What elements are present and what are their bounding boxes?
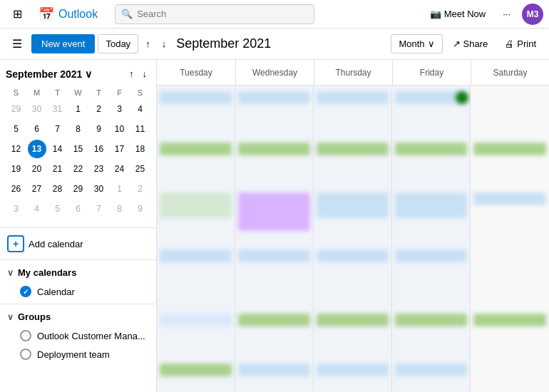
group-item-0[interactable]: Outlook Customer Mana... bbox=[0, 326, 156, 345]
mini-cal-day[interactable]: 3 bbox=[111, 100, 129, 118]
mini-cal-day[interactable]: 7 bbox=[48, 120, 67, 138]
event-wed-3[interactable] bbox=[238, 192, 310, 231]
mini-cal-day[interactable]: 10 bbox=[111, 120, 129, 138]
main-area: September 2021 ∨ ↑ ↓ S M T W T F S bbox=[0, 60, 549, 392]
mini-cal-day[interactable]: 17 bbox=[111, 140, 129, 158]
event-fri-4[interactable] bbox=[395, 249, 467, 262]
share-button[interactable]: ↗ Share bbox=[446, 35, 496, 53]
mini-cal-title[interactable]: September 2021 ∨ bbox=[6, 68, 92, 80]
event-fri-2[interactable] bbox=[395, 143, 467, 155]
next-period-button[interactable]: ↓ bbox=[158, 36, 171, 52]
mini-cal-day[interactable]: 13 bbox=[28, 140, 46, 158]
mini-cal-day[interactable]: 20 bbox=[28, 160, 46, 178]
mini-cal-day[interactable]: 18 bbox=[131, 140, 150, 158]
event-wed-6[interactable] bbox=[238, 363, 310, 376]
view-selector[interactable]: Month ∨ bbox=[391, 34, 442, 53]
event-tue-5[interactable] bbox=[160, 314, 232, 326]
mini-cal-day[interactable]: 16 bbox=[90, 140, 108, 158]
video-icon-button[interactable]: 📷 Meet Now bbox=[424, 6, 492, 22]
event-sat-1[interactable] bbox=[473, 143, 546, 155]
my-calendars-section[interactable]: ∨ My calendars bbox=[0, 263, 156, 282]
mini-cal-day[interactable]: 7 bbox=[90, 200, 108, 218]
event-tue-1[interactable] bbox=[160, 91, 232, 104]
mini-cal-day[interactable]: 9 bbox=[131, 200, 150, 218]
mini-cal-day[interactable]: 4 bbox=[28, 200, 46, 218]
event-tue-2[interactable] bbox=[160, 143, 232, 155]
event-fri-3[interactable] bbox=[395, 192, 467, 218]
mini-cal-day[interactable]: 12 bbox=[7, 140, 26, 158]
mini-cal-day[interactable]: 2 bbox=[90, 100, 108, 118]
event-tue-3[interactable] bbox=[160, 192, 232, 218]
event-thu-4[interactable] bbox=[317, 249, 389, 262]
mini-cal-day[interactable]: 21 bbox=[48, 160, 67, 178]
mini-cal-day[interactable]: 30 bbox=[90, 180, 108, 198]
event-thu-2[interactable] bbox=[317, 143, 389, 155]
event-fri-5[interactable] bbox=[395, 314, 467, 326]
event-wed-5[interactable] bbox=[238, 314, 310, 326]
mini-cal-day[interactable]: 30 bbox=[28, 100, 46, 118]
mini-cal-day[interactable]: 29 bbox=[7, 100, 26, 118]
previous-period-button[interactable]: ↑ bbox=[141, 36, 155, 52]
calendar-item[interactable]: ✓ Calendar bbox=[0, 282, 156, 301]
mini-cal-next-button[interactable]: ↓ bbox=[139, 67, 151, 81]
group-item-1[interactable]: Deployment team bbox=[0, 345, 156, 363]
event-fri-6[interactable] bbox=[395, 363, 467, 376]
event-sat-3[interactable] bbox=[473, 314, 546, 326]
month-view-label: Month bbox=[399, 38, 424, 49]
mini-cal-day[interactable]: 9 bbox=[90, 120, 108, 138]
event-sat-2[interactable] bbox=[473, 192, 546, 205]
event-thu-6[interactable] bbox=[317, 363, 389, 376]
mini-cal-day[interactable]: 5 bbox=[7, 120, 26, 138]
mini-cal-day[interactable]: 26 bbox=[7, 180, 26, 198]
mini-cal-day[interactable]: 11 bbox=[131, 120, 150, 138]
event-wed-2[interactable] bbox=[238, 143, 310, 155]
mini-cal-day[interactable]: 23 bbox=[90, 160, 108, 178]
avatar[interactable]: M3 bbox=[522, 4, 543, 25]
mini-cal-day[interactable]: 1 bbox=[111, 180, 129, 198]
search-box[interactable]: 🔍 bbox=[115, 4, 314, 24]
event-thu-5[interactable] bbox=[317, 314, 389, 326]
mini-cal-day[interactable]: 31 bbox=[48, 100, 67, 118]
today-button[interactable]: Today bbox=[98, 34, 138, 53]
mini-cal-week-2: 12131415161718 bbox=[6, 139, 150, 159]
mini-cal-day[interactable]: 2 bbox=[131, 180, 150, 198]
mini-cal-day[interactable]: 29 bbox=[69, 180, 88, 198]
sidebar-divider-2 bbox=[0, 259, 156, 260]
mini-cal-day[interactable]: 27 bbox=[28, 180, 46, 198]
event-thu-3[interactable] bbox=[317, 192, 389, 218]
mini-cal-day[interactable]: 8 bbox=[111, 200, 129, 218]
mini-cal-day[interactable]: 5 bbox=[48, 200, 67, 218]
event-tue-4[interactable] bbox=[160, 249, 232, 262]
add-calendar-button[interactable]: + Add calendar bbox=[0, 231, 156, 257]
mini-cal-week-0: 2930311234 bbox=[6, 99, 150, 119]
sidebar-toggle-button[interactable]: ☰ bbox=[6, 33, 29, 56]
new-event-button[interactable]: New event bbox=[31, 34, 95, 53]
event-wed-4[interactable] bbox=[238, 249, 310, 262]
mini-cal-day[interactable]: 25 bbox=[131, 160, 150, 178]
print-button[interactable]: 🖨 Print bbox=[498, 35, 543, 53]
mini-cal-day[interactable]: 4 bbox=[131, 100, 150, 118]
mini-cal-day[interactable]: 22 bbox=[69, 160, 88, 178]
mini-cal-day[interactable]: 28 bbox=[48, 180, 67, 198]
mini-cal-day[interactable]: 6 bbox=[69, 200, 88, 218]
search-icon: 🔍 bbox=[121, 9, 133, 19]
mini-cal-day[interactable]: 8 bbox=[69, 120, 88, 138]
add-calendar-icon: + bbox=[7, 235, 24, 252]
event-wed-1[interactable] bbox=[238, 91, 310, 104]
mini-cal-day[interactable]: 14 bbox=[48, 140, 67, 158]
mini-cal-day[interactable]: 6 bbox=[28, 120, 46, 138]
search-input[interactable] bbox=[137, 9, 308, 19]
day-header-sun: S bbox=[6, 86, 26, 99]
event-thu-1[interactable] bbox=[317, 91, 389, 104]
event-tue-6[interactable] bbox=[160, 363, 232, 376]
day-header-fri: F bbox=[109, 86, 130, 99]
mini-cal-day[interactable]: 15 bbox=[69, 140, 88, 158]
mini-cal-day[interactable]: 19 bbox=[7, 160, 26, 178]
groups-section[interactable]: ∨ Groups bbox=[0, 307, 156, 326]
mini-cal-day[interactable]: 3 bbox=[7, 200, 26, 218]
mini-cal-prev-button[interactable]: ↑ bbox=[125, 67, 138, 81]
mini-cal-day[interactable]: 24 bbox=[111, 160, 129, 178]
grid-menu-button[interactable]: ⊞ bbox=[6, 3, 29, 26]
mini-cal-day[interactable]: 1 bbox=[69, 100, 88, 118]
more-options-button[interactable]: ··· bbox=[497, 6, 516, 22]
